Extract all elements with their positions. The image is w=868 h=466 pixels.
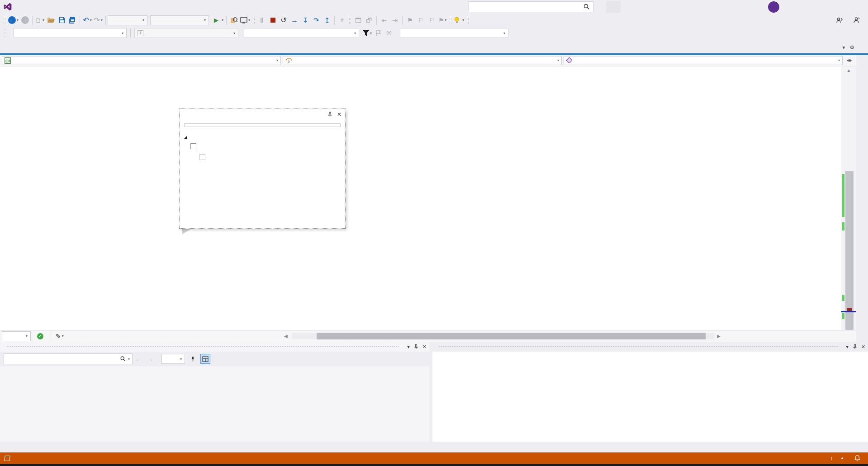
step-out-button[interactable]: ↥ <box>322 15 332 26</box>
filter-threads-button[interactable]: ▾ <box>362 28 373 38</box>
scrollbar-thumb[interactable] <box>845 171 854 330</box>
callstack-title-bar[interactable]: ▾ ✕ <box>432 342 868 352</box>
next-bookmark-button[interactable]: ⚐ <box>426 15 437 26</box>
debug-location-toolbar: ▾ ▾ ▾ ▾ ⦿ ▾ <box>0 27 868 39</box>
autos-search-input[interactable] <box>4 356 120 362</box>
decrease-indent-button[interactable]: ⇤ <box>379 15 389 26</box>
browser-link-button[interactable]: ▾ <box>239 15 251 26</box>
solution-platform-combo[interactable]: ▾ <box>150 15 209 25</box>
edit-state-icon <box>4 456 10 461</box>
attach-to-process-button[interactable] <box>228 15 239 26</box>
pin-icon[interactable] <box>327 112 332 118</box>
break-checkbox[interactable] <box>190 143 196 149</box>
stackframe-combo[interactable]: ▾ <box>400 28 508 38</box>
search-depth-combo[interactable]: ▾ <box>161 354 185 364</box>
tabrow-tools: ▾ ⚙ <box>842 44 854 51</box>
avatar[interactable] <box>768 1 779 13</box>
increase-indent-button[interactable]: ⇥ <box>389 15 400 26</box>
prev-bookmark-button[interactable]: ⚐ <box>415 15 426 26</box>
hscroll-left-arrow[interactable]: ◀ <box>284 334 288 339</box>
svg-text:C#: C# <box>5 58 11 63</box>
scroll-up-arrow[interactable]: ▲ <box>841 68 856 73</box>
hscroll-right-arrow[interactable]: ▶ <box>717 334 721 339</box>
pause-button[interactable]: ‖ <box>256 15 267 26</box>
clear-bookmarks-button[interactable]: ⚑▾ <box>437 15 448 26</box>
code-map-button[interactable]: 🗔 <box>353 15 364 26</box>
visual-studio-logo-icon <box>0 0 15 14</box>
search-prev-icon[interactable]: ← <box>135 355 142 362</box>
navigate-forward-button[interactable]: → <box>19 15 30 26</box>
split-editor-icon[interactable]: ⇹ <box>844 57 854 64</box>
save-all-button[interactable] <box>67 15 78 26</box>
save-button[interactable] <box>56 15 67 26</box>
chevron-up-icon[interactable]: ▲ <box>840 456 844 460</box>
tab-list-dropdown-icon[interactable]: ▾ <box>842 44 845 51</box>
step-into-button[interactable]: ↧ <box>300 15 311 26</box>
pin-icon[interactable] <box>853 344 857 349</box>
pin-values-icon[interactable] <box>188 354 198 364</box>
csharp-project-icon: C# <box>5 57 11 64</box>
stop-button[interactable] <box>267 15 278 26</box>
zoom-level-combo[interactable]: ▾ <box>1 331 31 341</box>
type-dropdown[interactable]: ▾ <box>283 56 562 65</box>
application-insights-button[interactable]: ▾ <box>453 15 465 26</box>
live-share-button[interactable] <box>835 15 846 26</box>
close-icon[interactable]: ✕ <box>861 344 865 350</box>
restart-button[interactable]: ↺ <box>278 15 289 26</box>
show-next-statement-button[interactable]: → <box>289 15 300 26</box>
close-button[interactable] <box>840 0 860 14</box>
close-icon[interactable]: ✕ <box>422 344 427 350</box>
hscroll-thumb[interactable] <box>317 333 706 339</box>
autos-search-box[interactable]: ▾ <box>4 353 133 364</box>
solution-configuration-combo[interactable]: ▾ <box>108 15 147 25</box>
new-file-button[interactable]: 🗋▾ <box>34 15 45 26</box>
hex-display-button[interactable]: # <box>337 15 347 26</box>
grid-view-icon[interactable] <box>200 354 210 364</box>
window-menu-icon[interactable]: ▾ <box>846 344 849 350</box>
bottom-tool-windows: ▾ ✕ ▾ ← → ▾ <box>0 342 868 452</box>
project-dropdown[interactable]: C# ▾ <box>2 56 281 65</box>
module-checkbox[interactable] <box>199 154 205 160</box>
window-menu-icon[interactable]: ▾ <box>407 344 410 350</box>
redo-button[interactable]: ↷▾ <box>93 15 104 26</box>
navigate-back-button[interactable]: ←▾ <box>7 15 19 26</box>
exception-dialog-tail <box>182 228 192 234</box>
panel-splitter[interactable] <box>429 342 432 442</box>
status-bar: ↑ ▲ <box>0 452 868 464</box>
code-editor[interactable] <box>0 66 841 330</box>
toolbar-grip[interactable] <box>3 16 6 24</box>
exception-settings-header[interactable] <box>184 134 341 141</box>
autos-title-bar[interactable]: ▾ ✕ <box>0 342 429 352</box>
code-definition-button[interactable]: 🗗 <box>364 15 375 26</box>
member-dropdown[interactable]: ▾ <box>564 56 843 65</box>
editor-vertical-scrollbar[interactable]: ▲ <box>841 66 856 330</box>
search-next-icon[interactable]: → <box>147 355 153 362</box>
callstack-window: ▾ ✕ <box>432 342 868 442</box>
code-cleanup-icon[interactable]: ✎ <box>56 333 61 340</box>
collapse-triangle-icon <box>184 136 187 139</box>
process-combo[interactable]: ▾ <box>14 28 127 38</box>
continue-button[interactable]: ▶ ▾ <box>213 15 224 26</box>
search-input[interactable] <box>469 4 583 10</box>
pin-icon[interactable] <box>414 344 418 349</box>
minimize-button[interactable] <box>792 0 813 14</box>
restore-button[interactable] <box>813 0 833 14</box>
suspend-threads-button[interactable]: ⦿ <box>384 28 394 38</box>
gear-icon[interactable]: ⚙ <box>849 44 854 51</box>
editor-status-row: ▾ ✓ ✎▾ ◀ ▶ <box>0 330 856 342</box>
undo-button[interactable]: ↶▾ <box>82 15 93 26</box>
side-rail <box>856 55 868 362</box>
step-over-button[interactable]: ↷ <box>311 15 322 26</box>
class-icon <box>285 57 292 63</box>
thread-combo[interactable]: ▾ <box>244 28 359 38</box>
feedback-button[interactable] <box>851 15 862 26</box>
flag-thread-button[interactable] <box>373 28 384 38</box>
quick-search-box[interactable] <box>469 1 593 12</box>
lifecycle-events-combo[interactable]: ▾ <box>134 28 238 38</box>
open-file-button[interactable] <box>45 15 56 26</box>
toggle-bookmark-button[interactable]: ⚑ <box>404 15 415 26</box>
bell-icon[interactable] <box>854 455 861 461</box>
editor-horizontal-scrollbar[interactable] <box>292 333 715 339</box>
close-icon[interactable]: ✕ <box>337 111 342 118</box>
exception-dialog[interactable]: ✕ <box>179 108 346 229</box>
